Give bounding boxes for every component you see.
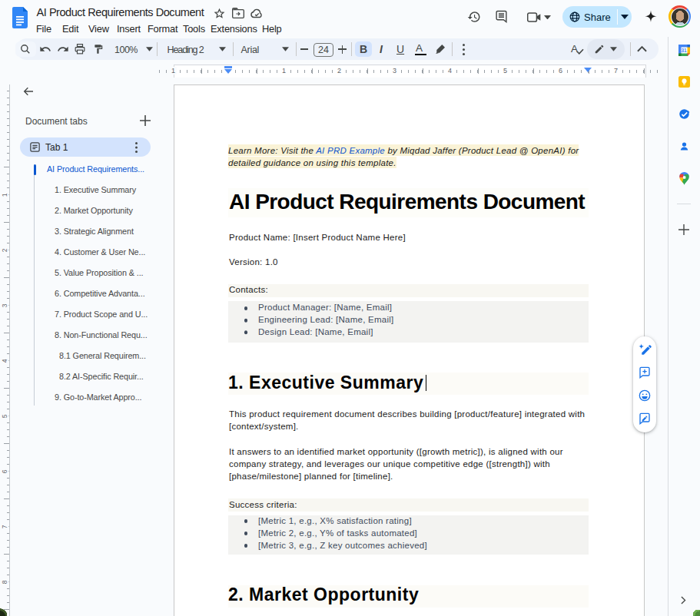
svg-text:31: 31: [681, 48, 687, 53]
